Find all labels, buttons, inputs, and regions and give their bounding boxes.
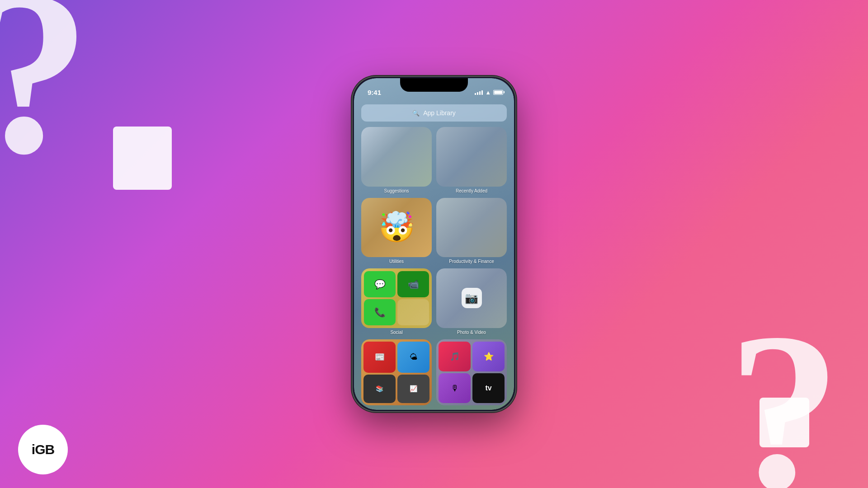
social-cell[interactable]: 💬 📹 📞 Social (361, 268, 432, 335)
news-weather-bg: 📰 🌤 📚 📈 (361, 339, 432, 406)
recently-added-label: Recently Added (456, 188, 487, 193)
wifi-icon: ▲ (485, 89, 491, 96)
productivity-cell[interactable]: Productivity & Finance (436, 198, 507, 264)
igb-logo: iGB (18, 425, 68, 474)
app-row-4: 📰 🌤 📚 📈 🎵 (361, 339, 507, 406)
app-row-3: 💬 📹 📞 Social 📷 (361, 268, 507, 335)
photo-bg: 📷 (436, 268, 507, 328)
app-grid: Suggestions Recently Added 🤯 (361, 127, 507, 405)
signal-bar-2 (477, 92, 478, 95)
social-label: Social (390, 330, 402, 335)
igb-text: iGB (32, 442, 54, 457)
news-mini-app: 📰 (363, 342, 396, 373)
search-bar[interactable]: 🔍 App Library (361, 104, 507, 122)
empty-mini-slot (397, 299, 429, 325)
iphone-screen: 9:41 ▲ 🔍 App Library (354, 78, 514, 410)
books-mini-app: 📚 (363, 375, 396, 403)
news-weather-inner: 📰 🌤 📚 📈 (361, 339, 432, 406)
podcasts-mini-app: 🎙 (439, 373, 471, 403)
utilities-emoji: 🤯 (378, 210, 415, 244)
utilities-bg: 🤯 (361, 198, 432, 258)
suggestions-label: Suggestions (384, 188, 409, 193)
productivity-bg (436, 198, 507, 258)
recently-added-cell[interactable]: Recently Added (436, 127, 507, 193)
recently-bg (436, 127, 507, 187)
utilities-cell[interactable]: 🤯 Utilities (361, 198, 432, 264)
photo-video-cell[interactable]: 📷 Photo & Video (436, 268, 507, 335)
social-bg: 💬 📹 📞 (361, 268, 432, 328)
signal-bar-4 (481, 90, 483, 95)
weather-mini-app: 🌤 (397, 342, 429, 373)
search-icon: 🔍 (412, 110, 420, 117)
camera-app-icon: 📷 (462, 288, 482, 308)
signal-bar-1 (475, 93, 476, 95)
messages-mini-app: 💬 (364, 271, 396, 297)
app-row-1: Suggestions Recently Added (361, 127, 507, 193)
social-inner: 💬 📹 📞 (361, 268, 432, 328)
battery-fill (494, 91, 502, 94)
phone-mini-app: 📞 (364, 299, 396, 325)
music-store-inner: 🎵 ⭐ 🎙 tv (436, 339, 507, 406)
productivity-inner (436, 198, 507, 258)
notch (400, 78, 468, 92)
app-row-2: 🤯 Utilities Productivity & Finance (361, 198, 507, 264)
suggestions-inner (361, 127, 432, 187)
search-placeholder: App Library (423, 109, 456, 117)
music-store-bg: 🎵 ⭐ 🎙 tv (436, 339, 507, 406)
status-icons: ▲ (475, 89, 503, 96)
bottom-row2-grid: 🎵 ⭐ 🎙 tv (436, 339, 507, 406)
productivity-label: Productivity & Finance (449, 259, 494, 264)
news-weather-cell[interactable]: 📰 🌤 📚 📈 (361, 339, 432, 406)
music-mini-app: 🎵 (439, 342, 471, 372)
recently-added-inner (436, 127, 507, 187)
appstore-mini-app: ⭐ (472, 342, 505, 372)
suggestions-bg (361, 127, 432, 187)
photo-video-label: Photo & Video (457, 330, 486, 335)
iphone-frame: 9:41 ▲ 🔍 App Library (353, 77, 515, 411)
battery-icon (493, 90, 503, 95)
stocks-mini-app: 📈 (397, 375, 429, 403)
appletv-mini-app: tv (472, 373, 505, 403)
status-time: 9:41 (365, 89, 381, 96)
iphone-inner: 9:41 ▲ 🔍 App Library (354, 78, 514, 410)
signal-icon (475, 89, 483, 95)
facetime-mini-app: 📹 (397, 271, 429, 297)
utilities-label: Utilities (389, 259, 404, 264)
signal-bar-3 (479, 91, 481, 95)
photo-video-inner: 📷 (436, 268, 507, 328)
music-store-cell[interactable]: 🎵 ⭐ 🎙 tv (436, 339, 507, 406)
utilities-inner: 🤯 (361, 198, 432, 258)
suggestions-cell[interactable]: Suggestions (361, 127, 432, 193)
bottom-row-grid: 📰 🌤 📚 📈 (361, 339, 432, 406)
